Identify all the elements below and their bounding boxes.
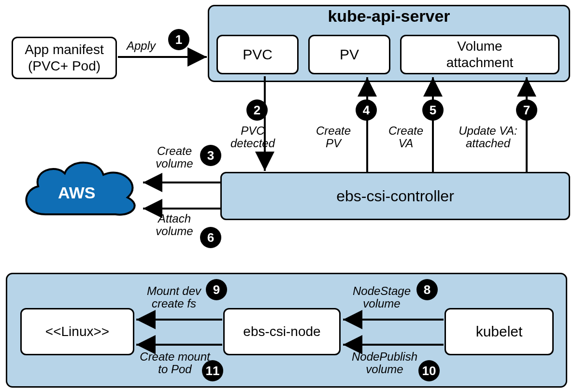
kube-api-server-title: kube-api-server	[309, 7, 469, 26]
badge-7: 7	[516, 99, 537, 121]
pv-box: PV	[308, 35, 390, 74]
app-manifest-box: App manifest (PVC+ Pod)	[12, 37, 117, 79]
attach-volume-label: Attach volume	[148, 212, 201, 238]
kubelet-box: kubelet	[445, 308, 554, 355]
aws-cloud-label: AWS	[58, 183, 95, 202]
badge-10: 10	[418, 360, 440, 381]
create-va-label: Create VA	[382, 125, 430, 150]
badge-3: 3	[200, 145, 221, 166]
volume-attachment-box: Volume attachment	[400, 35, 560, 74]
create-volume-label: Create volume	[148, 145, 201, 170]
badge-8: 8	[416, 279, 438, 300]
badge-11: 11	[202, 360, 223, 381]
nodestage-label: NodeStage volume	[348, 285, 416, 310]
apply-label: Apply	[127, 40, 165, 52]
badge-4: 4	[356, 99, 377, 121]
badge-6: 6	[200, 227, 221, 248]
pvc-detected-label: PVC detected	[226, 125, 279, 150]
ebs-csi-controller-box: ebs-csi-controller	[220, 172, 570, 220]
update-va-label: Update VA: attached	[454, 125, 522, 150]
badge-9: 9	[206, 279, 227, 300]
pvc-box: PVC	[216, 35, 299, 74]
badge-5: 5	[422, 99, 444, 121]
aws-cloud-icon	[16, 147, 142, 219]
badge-1: 1	[168, 29, 189, 50]
nodepublish-label: NodePublish volume	[346, 350, 423, 376]
badge-2: 2	[246, 99, 268, 121]
ebs-csi-node-box: ebs-csi-node	[223, 308, 341, 355]
linux-box: <<Linux>>	[20, 308, 134, 355]
create-pv-label: Create PV	[309, 125, 358, 150]
mount-dev-label: Mount dev create fs	[140, 285, 208, 310]
